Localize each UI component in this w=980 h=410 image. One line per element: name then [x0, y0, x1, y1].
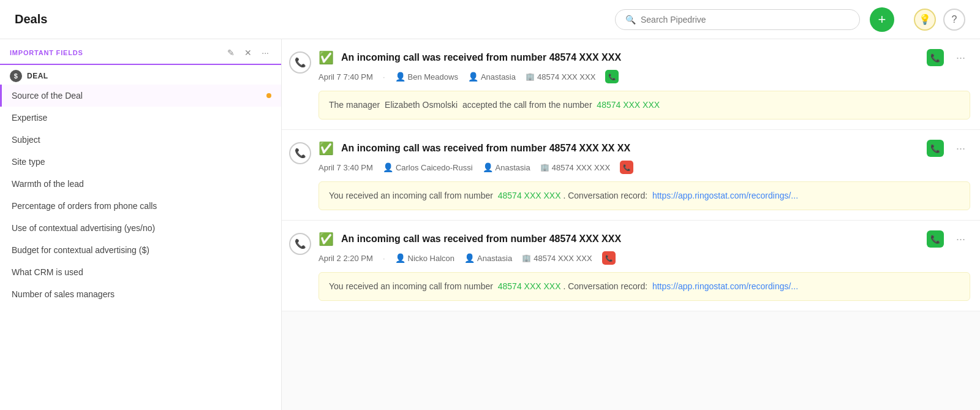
- call-note-2: You received an incoming call from numbe…: [318, 181, 970, 210]
- sidebar-item-label: Budget for contextual advertising ($): [12, 245, 149, 255]
- sidebar: IMPORTANT FIELDS ✎ ✕ ··· $ DEAL Source o…: [0, 39, 282, 410]
- page-title: Deals: [15, 12, 47, 26]
- sidebar-item-label: What CRM is used: [12, 267, 83, 277]
- call-meta-2: April 7 3:40 PM 👤 Carlos Caicedo-Russi 👤…: [318, 161, 970, 174]
- call-note-prefix-1: The manager: [329, 100, 380, 110]
- phone-circle-icon-2: 📞: [289, 142, 311, 164]
- call-meta-3: April 2 2:20 PM · 👤 Nicko Halcon 👤 Anast…: [318, 251, 970, 265]
- call-check-icon: ✅: [318, 50, 334, 65]
- sidebar-item-label: Use of contextual advertising (yes/no): [12, 223, 155, 233]
- call-note-number-2: 48574 XXX XXX: [498, 191, 561, 200]
- sidebar-close-button[interactable]: ✕: [242, 47, 254, 59]
- sidebar-item-site-type[interactable]: Site type: [0, 151, 281, 173]
- help-button[interactable]: ?: [943, 9, 965, 31]
- sidebar-item-label: Percentage of orders from phone calls: [12, 201, 157, 211]
- call-date-3: April 2 2:20 PM: [318, 254, 373, 263]
- call-meta-dot-3: ·: [383, 254, 385, 263]
- phone-circle-icon-3: 📞: [289, 233, 311, 255]
- call-phone-meta-2: 🏢 48574 XXX XXX: [540, 163, 610, 172]
- call-check-icon-3: ✅: [318, 232, 334, 246]
- call-phone-number-3: 48574 XXX XXX: [533, 254, 592, 263]
- call-manager-1: 👤 Anastasia: [468, 72, 516, 82]
- call-note-3: You received an incoming call from numbe…: [318, 272, 970, 301]
- manager-icon-2: 👤: [483, 162, 493, 172]
- manager-icon: 👤: [468, 72, 478, 82]
- deal-section-label: DEAL: [27, 72, 48, 80]
- search-input[interactable]: [641, 15, 850, 25]
- call-more-button-3[interactable]: ···: [951, 233, 970, 246]
- call-more-button-2[interactable]: ···: [951, 142, 970, 155]
- call-phone-number-1: 48574 XXX XXX: [537, 72, 595, 82]
- call-note-link-2[interactable]: https://app.ringostat.com/recordings/...: [652, 191, 798, 200]
- call-note-prefix-2: You received an incoming call from numbe…: [329, 191, 493, 200]
- call-status-icon-2: 📞: [620, 161, 633, 174]
- call-person-3: 👤 Nicko Halcon: [395, 253, 455, 263]
- call-item-2: 📞 ✅ An incoming call was received from n…: [282, 130, 980, 221]
- deal-icon: $: [10, 70, 22, 82]
- call-phone-col: 📞: [282, 39, 318, 74]
- call-manager-name-2: Anastasia: [496, 163, 530, 172]
- deal-label: $ DEAL: [10, 70, 271, 82]
- sidebar-item-source-of-deal[interactable]: Source of the Deal: [0, 85, 281, 107]
- sidebar-item-warmth-of-lead[interactable]: Warmth of the lead: [0, 173, 281, 195]
- call-phone-number-2: 48574 XXX XXX: [552, 163, 610, 172]
- call-item-3: 📞 ✅ An incoming call was received from n…: [282, 221, 980, 311]
- call-date-1: April 7 7:40 PM: [318, 72, 373, 82]
- content-area: 📞 ✅ An incoming call was received from n…: [282, 39, 980, 410]
- call-manager-2: 👤 Anastasia: [483, 162, 530, 172]
- call-status-icon-1: 📞: [605, 70, 619, 83]
- sidebar-item-budget-contextual[interactable]: Budget for contextual advertising ($): [0, 239, 281, 261]
- sidebar-item-subject[interactable]: Subject: [0, 129, 281, 151]
- tip-button[interactable]: 💡: [914, 9, 936, 31]
- phone-small-icon: 🏢: [526, 72, 535, 81]
- manager-icon-3: 👤: [464, 253, 475, 263]
- call-phone-badge-3: 📞: [927, 230, 944, 248]
- sidebar-item-what-crm[interactable]: What CRM is used: [0, 261, 281, 283]
- sidebar-more-button[interactable]: ···: [259, 47, 271, 59]
- add-deal-button[interactable]: +: [870, 7, 894, 32]
- call-date-2: April 7 3:40 PM: [318, 163, 373, 172]
- call-content-1: ✅ An incoming call was received from num…: [318, 39, 980, 129]
- call-phone-col-3: 📞: [282, 221, 318, 255]
- person-icon-2: 👤: [383, 162, 393, 172]
- call-meta-1: April 7 7:40 PM · 👤 Ben Meadows 👤 Anasta…: [318, 70, 970, 83]
- sidebar-item-label: Warmth of the lead: [12, 179, 84, 189]
- call-content-2: ✅ An incoming call was received from num…: [318, 130, 980, 220]
- call-more-button-1[interactable]: ···: [951, 51, 970, 64]
- phone-small-icon-2: 🏢: [540, 163, 549, 172]
- sidebar-item-label: Number of sales managers: [12, 289, 115, 299]
- call-manager-name-3: Anastasia: [477, 254, 512, 263]
- phone-circle-icon: 📞: [289, 51, 311, 74]
- sidebar-edit-button[interactable]: ✎: [225, 47, 237, 59]
- call-note-number-3: 48574 XXX XXX: [498, 281, 561, 291]
- call-phone-meta-1: 🏢 48574 XXX XXX: [526, 72, 595, 82]
- person-icon: 👤: [395, 72, 405, 82]
- call-manager-name-1: Anastasia: [481, 72, 516, 82]
- call-note-link-3[interactable]: https://app.ringostat.com/recordings/...: [652, 281, 798, 291]
- deal-section: $ DEAL: [0, 65, 281, 85]
- sidebar-item-percentage-orders[interactable]: Percentage of orders from phone calls: [0, 195, 281, 217]
- sidebar-item-contextual-advertising[interactable]: Use of contextual advertising (yes/no): [0, 217, 281, 239]
- sidebar-item-expertise[interactable]: Expertise: [0, 107, 281, 129]
- call-header-3: ✅ An incoming call was received from num…: [318, 230, 970, 248]
- call-note-number-1: 48574 XXX XXX: [597, 100, 660, 110]
- call-note-1: The manager Elizabeth Osmolski accepted …: [318, 91, 970, 120]
- search-bar: 🔍: [615, 9, 860, 30]
- call-person-name-3: Nicko Halcon: [408, 254, 455, 263]
- call-header-1: ✅ An incoming call was received from num…: [318, 49, 970, 66]
- call-phone-meta-3: 🏢 48574 XXX XXX: [522, 254, 592, 263]
- call-manager-3: 👤 Anastasia: [464, 253, 512, 263]
- sidebar-item-sales-managers[interactable]: Number of sales managers: [0, 283, 281, 305]
- call-note-prefix-3: You received an incoming call from numbe…: [329, 281, 493, 291]
- sidebar-section-header: IMPORTANT FIELDS ✎ ✕ ···: [0, 39, 281, 65]
- call-check-icon-2: ✅: [318, 141, 334, 156]
- call-content-3: ✅ An incoming call was received from num…: [318, 221, 980, 311]
- search-icon: 🔍: [625, 15, 636, 25]
- call-title-3: An incoming call was received from numbe…: [341, 233, 919, 245]
- sidebar-item-label: Source of the Deal: [12, 91, 83, 101]
- call-item-1: 📞 ✅ An incoming call was received from n…: [282, 39, 980, 130]
- sidebar-item-label: Subject: [12, 135, 40, 145]
- call-title-2: An incoming call was received from numbe…: [341, 143, 919, 154]
- sidebar-item-label: Site type: [12, 157, 45, 167]
- call-note-middle-1: accepted the call from the number: [462, 100, 592, 110]
